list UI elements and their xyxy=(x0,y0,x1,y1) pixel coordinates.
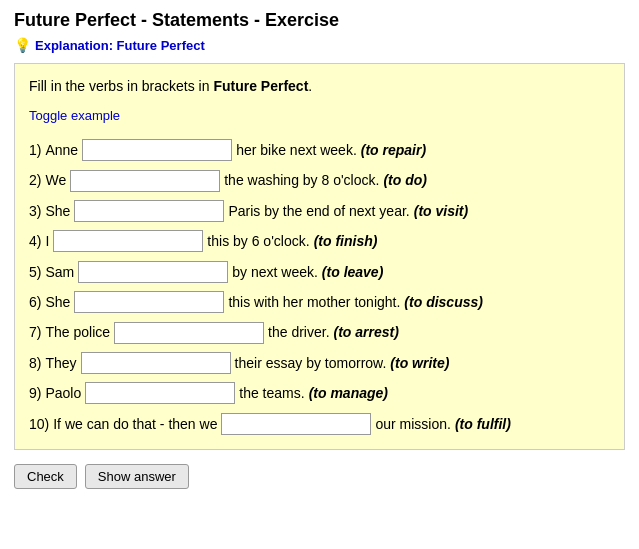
toggle-example-link[interactable]: Toggle example xyxy=(29,108,120,123)
sentence-after: by next week. xyxy=(232,261,318,283)
explanation-link[interactable]: 💡 Explanation: Future Perfect xyxy=(14,37,625,53)
sentence-after: our mission. xyxy=(375,413,450,435)
sentence-before: She xyxy=(45,200,70,222)
sentence-row: 8)Theytheir essay by tomorrow.(to write) xyxy=(29,352,610,374)
answer-input-6[interactable] xyxy=(74,291,224,313)
sentence-after: the washing by 8 o'clock. xyxy=(224,169,379,191)
sentence-after: the driver. xyxy=(268,321,329,343)
sentences-container: 1)Anneher bike next week.(to repair)2)We… xyxy=(29,139,610,435)
verb-hint: (to finish) xyxy=(314,230,378,252)
sentence-before: The police xyxy=(45,321,110,343)
sentence-before: Sam xyxy=(45,261,74,283)
answer-input-4[interactable] xyxy=(53,230,203,252)
verb-hint: (to discuss) xyxy=(404,291,483,313)
sentence-before: They xyxy=(45,352,76,374)
page-title: Future Perfect - Statements - Exercise xyxy=(14,10,625,31)
sentence-number: 9) xyxy=(29,382,41,404)
answer-input-8[interactable] xyxy=(81,352,231,374)
verb-hint: (to repair) xyxy=(361,139,426,161)
sentence-row: 7)The policethe driver.(to arrest) xyxy=(29,321,610,343)
sentence-before: She xyxy=(45,291,70,313)
sentence-before: I xyxy=(45,230,49,252)
answer-input-9[interactable] xyxy=(85,382,235,404)
sentence-before: We xyxy=(45,169,66,191)
sentence-row: 10)If we can do that - then weour missio… xyxy=(29,413,610,435)
sentence-row: 3)SheParis by the end of next year.(to v… xyxy=(29,200,610,222)
verb-hint: (to write) xyxy=(390,352,449,374)
verb-hint: (to manage) xyxy=(309,382,388,404)
sentence-number: 3) xyxy=(29,200,41,222)
answer-input-5[interactable] xyxy=(78,261,228,283)
sentence-number: 5) xyxy=(29,261,41,283)
answer-input-10[interactable] xyxy=(221,413,371,435)
verb-hint: (to visit) xyxy=(414,200,468,222)
instruction: Fill in the verbs in brackets in Future … xyxy=(29,76,610,97)
sentence-number: 6) xyxy=(29,291,41,313)
sentence-row: 2)Wethe washing by 8 o'clock.(to do) xyxy=(29,169,610,191)
sentence-row: 9)Paolothe teams.(to manage) xyxy=(29,382,610,404)
bulb-icon: 💡 xyxy=(14,37,31,53)
answer-input-2[interactable] xyxy=(70,170,220,192)
check-button[interactable]: Check xyxy=(14,464,77,489)
sentence-after: her bike next week. xyxy=(236,139,357,161)
sentence-number: 4) xyxy=(29,230,41,252)
show-answer-button[interactable]: Show answer xyxy=(85,464,189,489)
sentence-before: Anne xyxy=(45,139,78,161)
sentence-before: If we can do that - then we xyxy=(53,413,217,435)
sentence-row: 5)Samby next week.(to leave) xyxy=(29,261,610,283)
verb-hint: (to arrest) xyxy=(334,321,399,343)
sentence-after: the teams. xyxy=(239,382,304,404)
sentence-number: 1) xyxy=(29,139,41,161)
sentence-after: this by 6 o'clock. xyxy=(207,230,309,252)
sentence-row: 4)Ithis by 6 o'clock.(to finish) xyxy=(29,230,610,252)
sentence-number: 8) xyxy=(29,352,41,374)
sentence-number: 2) xyxy=(29,169,41,191)
answer-input-7[interactable] xyxy=(114,322,264,344)
answer-input-3[interactable] xyxy=(74,200,224,222)
sentence-after: their essay by tomorrow. xyxy=(235,352,387,374)
exercise-box: Fill in the verbs in brackets in Future … xyxy=(14,63,625,450)
sentence-number: 7) xyxy=(29,321,41,343)
sentence-after: this with her mother tonight. xyxy=(228,291,400,313)
sentence-after: Paris by the end of next year. xyxy=(228,200,409,222)
sentence-before: Paolo xyxy=(45,382,81,404)
verb-hint: (to fulfil) xyxy=(455,413,511,435)
sentence-number: 10) xyxy=(29,413,49,435)
answer-input-1[interactable] xyxy=(82,139,232,161)
verb-hint: (to leave) xyxy=(322,261,383,283)
verb-hint: (to do) xyxy=(383,169,427,191)
buttons-row: Check Show answer xyxy=(14,464,625,489)
sentence-row: 6)Shethis with her mother tonight.(to di… xyxy=(29,291,610,313)
sentence-row: 1)Anneher bike next week.(to repair) xyxy=(29,139,610,161)
